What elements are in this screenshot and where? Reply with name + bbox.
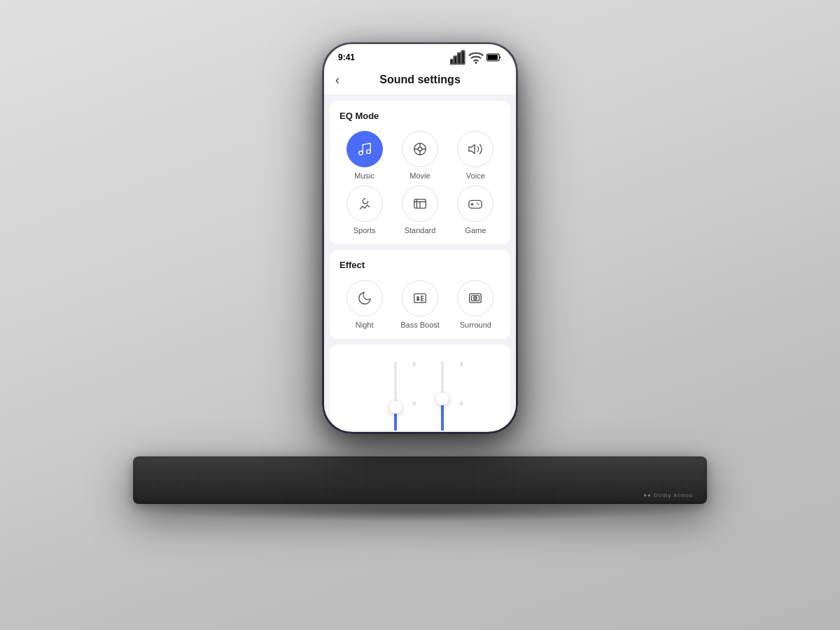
eq-icon-voice [457,131,493,167]
effect-item-bass-boost[interactable]: Bass Boost [395,280,444,329]
eq-item-music[interactable]: Music [340,131,389,180]
effect-icon-night [346,280,383,316]
svg-rect-1 [454,56,457,64]
effect-item-surround[interactable]: Surround [451,280,500,329]
page-title: Sound settings [379,74,461,86]
eq-icon-movie [402,131,438,167]
svg-rect-2 [458,53,461,64]
phone: 9:41 [322,42,518,434]
phone-screen: 9:41 [324,44,516,432]
eq-item-game[interactable]: Game [451,186,500,234]
game-icon [468,196,483,211]
effect-icon-bass-boost [402,280,438,316]
eq-label-game: Game [465,226,486,234]
treble-slider-track-container[interactable]: 5 0 -5 [434,361,451,430]
eq-item-sports[interactable]: Sports [340,186,389,234]
voice-icon [468,141,483,157]
status-icons [450,50,502,65]
music-icon [357,141,372,157]
effect-label-night: Night [356,321,374,329]
eq-label-voice: Voice [466,172,485,180]
eq-item-movie[interactable]: Movie [395,131,444,180]
bass-scale-mid: 0 [412,400,417,407]
svg-rect-6 [488,55,498,60]
bass-slider-wrap: 5 0 -5 Bass [386,361,403,430]
effect-title: Effect [340,260,500,270]
eq-icon-standard [402,186,438,222]
svg-point-8 [366,150,370,154]
eq-icon-game [457,186,493,222]
treble-scale-top: 5 [460,361,465,368]
bass-scale-top: 5 [412,361,417,368]
eq-label-movie: Movie [410,172,430,180]
wifi-icon [468,50,484,65]
status-time: 9:41 [338,52,355,62]
app-header: ‹ Sound settings [324,68,516,95]
svg-rect-22 [414,294,426,303]
soundbar-brand: ●● Dolby Atmos [643,492,693,498]
eq-item-voice[interactable]: Voice [451,131,500,180]
eq-icon-music [346,131,383,167]
effect-grid: Night [340,280,500,329]
bass-thumb[interactable] [389,401,402,414]
back-button[interactable]: ‹ [335,73,340,88]
bass-track [394,361,397,430]
eq-item-standard[interactable]: Standard [395,186,444,234]
svg-point-21 [477,202,478,204]
app-content: EQ Mode Music [324,95,516,430]
svg-point-4 [475,62,477,64]
eq-label-standard: Standard [405,226,436,234]
svg-point-7 [358,151,363,155]
treble-scale-mid: 0 [460,400,465,407]
svg-point-30 [475,298,476,299]
effect-item-night[interactable]: Night [340,280,389,329]
effect-section: Effect Night [330,250,510,339]
svg-rect-3 [462,51,465,64]
battery-icon [486,50,502,65]
bass-boost-icon [412,290,428,306]
effect-label-surround: Surround [460,321,491,329]
night-icon [357,290,372,306]
equalizer-section: 5 0 -5 Bass [330,344,510,430]
surround-icon [468,290,483,306]
eq-icon-sports [346,186,383,222]
status-bar: 9:41 [324,44,516,68]
sliders-container: 5 0 -5 Bass [340,354,500,430]
eq-mode-grid: Music [340,131,500,234]
bass-slider-track-container[interactable]: 5 0 -5 [387,361,404,430]
treble-slider-wrap: 5 0 -5 Treble [432,361,454,430]
bass-scale: 5 0 -5 [412,361,417,430]
standard-icon [412,196,428,211]
effect-label-bass-boost: Bass Boost [400,321,440,329]
treble-track [441,361,444,430]
eq-mode-title: EQ Mode [340,111,500,121]
signal-icon [450,50,465,65]
eq-mode-section: EQ Mode Music [330,101,510,244]
treble-thumb[interactable] [436,393,449,405]
sports-icon [357,196,372,211]
svg-point-20 [478,204,479,205]
movie-icon [412,141,428,157]
svg-point-10 [418,147,422,151]
eq-label-sports: Sports [354,226,376,234]
soundbar: ●● Dolby Atmos [133,456,707,504]
treble-scale: 5 0 -5 [460,361,465,430]
effect-icon-surround [457,280,493,316]
eq-label-music: Music [354,172,374,180]
svg-rect-0 [450,59,453,64]
phone-body: 9:41 [322,42,518,434]
